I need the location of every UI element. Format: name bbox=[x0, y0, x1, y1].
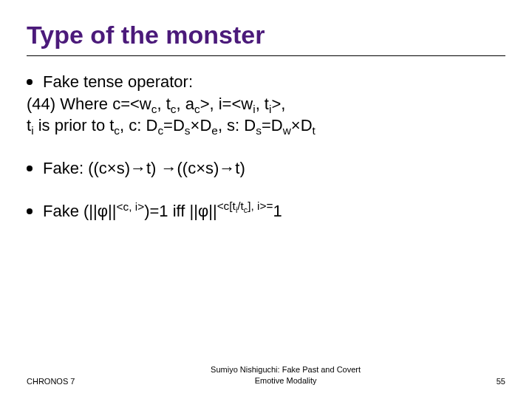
bullet-1: Fake tense operator: bbox=[27, 71, 505, 93]
t: (44) Where c=<w bbox=[27, 95, 151, 113]
s: w bbox=[283, 125, 291, 137]
footer-center-line1: Sumiyo Nishiguchi: Fake Past and Covert bbox=[75, 364, 496, 375]
t: >, bbox=[271, 95, 285, 113]
t: , s: D bbox=[218, 116, 256, 134]
slide-title: Type of the monster bbox=[27, 21, 505, 56]
t: 1 bbox=[273, 202, 282, 220]
t: =D bbox=[163, 116, 185, 134]
block-3: Fake (||φ||<c, i>)=1 iff ||φ||<c[ti/tc],… bbox=[27, 200, 505, 222]
block-1: Fake tense operator: (44) Where c=<wc, t… bbox=[27, 71, 505, 137]
t: , c: D bbox=[120, 116, 157, 134]
t: Fake (||φ|| bbox=[43, 202, 116, 220]
s: s bbox=[185, 125, 191, 137]
footer-center: Sumiyo Nishiguchi: Fake Past and Covert … bbox=[75, 364, 496, 386]
footer-left: CHRONOS 7 bbox=[27, 377, 75, 386]
bullet-2: Fake: ((c×s)→t) →((c×s)→t) bbox=[27, 157, 505, 180]
t: ×D bbox=[291, 116, 313, 134]
t: )=1 iff ||φ|| bbox=[144, 202, 216, 220]
line-prior: ti is prior to tc, c: Dc=Ds×De, s: Ds=Dw… bbox=[27, 115, 505, 137]
s: s bbox=[256, 125, 262, 137]
line-44: (44) Where c=<wc, tc, ac>, i=<wi, ti>, bbox=[27, 93, 505, 115]
s: c bbox=[114, 125, 120, 137]
t: <c[t bbox=[217, 200, 236, 212]
bullet-1-text: Fake tense operator: bbox=[43, 71, 193, 93]
s: <c, i> bbox=[116, 200, 144, 212]
s: t bbox=[313, 125, 316, 137]
t: =D bbox=[262, 116, 283, 134]
bullet-3-text: Fake (||φ||<c, i>)=1 iff ||φ||<c[ti/tc],… bbox=[43, 200, 282, 222]
t: ×D bbox=[191, 116, 212, 134]
footer-center-line2: Emotive Modality bbox=[75, 375, 496, 386]
bullet-dot-icon bbox=[27, 208, 33, 214]
bullet-dot-icon bbox=[27, 79, 33, 85]
s: e bbox=[211, 125, 218, 137]
bullet-2-text: Fake: ((c×s)→t) →((c×s)→t) bbox=[43, 157, 245, 180]
t: >, i=<w bbox=[200, 95, 253, 113]
t: is prior to t bbox=[34, 116, 115, 134]
block-2: Fake: ((c×s)→t) →((c×s)→t) bbox=[27, 157, 505, 180]
t: , t bbox=[256, 95, 269, 113]
s: c bbox=[194, 103, 200, 115]
bullet-dot-icon bbox=[27, 166, 33, 171]
s: c bbox=[157, 125, 163, 137]
t: ], i>= bbox=[248, 200, 273, 212]
t: /t bbox=[237, 200, 244, 212]
bullet-3: Fake (||φ||<c, i>)=1 iff ||φ||<c[ti/tc],… bbox=[27, 200, 505, 222]
t: , a bbox=[176, 95, 194, 113]
s: <c[ti/tc], i>= bbox=[217, 200, 273, 212]
slide-number: 55 bbox=[497, 377, 505, 386]
t: , t bbox=[157, 95, 170, 113]
slide-footer: CHRONOS 7 Sumiyo Nishiguchi: Fake Past a… bbox=[27, 364, 505, 386]
